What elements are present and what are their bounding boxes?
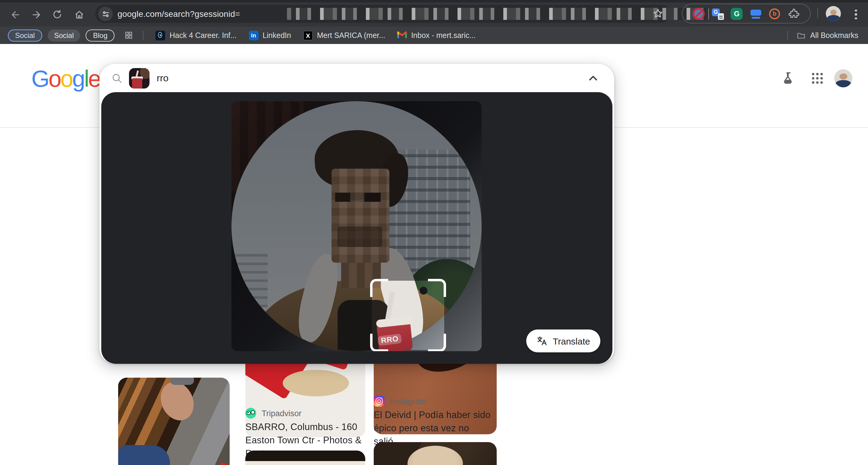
browser-menu-button[interactable]: [851, 7, 861, 22]
instagram-icon: [374, 396, 384, 406]
redacted-url-mosaic: [287, 8, 709, 20]
collapse-panel-button[interactable]: [586, 71, 600, 86]
translate-label: Translate: [553, 336, 590, 346]
bookmark-apps-grid-icon[interactable]: [124, 31, 133, 40]
window-top-strip: [0, 0, 868, 2]
selection-handle-top-left[interactable]: [370, 279, 388, 297]
url-text: google.com/search?gsessionid=: [118, 9, 240, 19]
bookmark-item-linkedin[interactable]: in LinkedIn: [249, 30, 291, 40]
bitly-extension-icon[interactable]: b: [769, 7, 781, 20]
content-blocker-extension-icon[interactable]: [693, 7, 705, 20]
linkedin-favicon: in: [249, 30, 258, 40]
toolbar-divider: [817, 8, 818, 18]
selection-dot: [420, 287, 427, 295]
result-image-mid-bottom[interactable]: [245, 451, 365, 465]
selection-handle-bottom-left[interactable]: [370, 334, 388, 351]
bookmark-item-hack4career[interactable]: Hack 4 Career. Inf...: [156, 30, 237, 40]
tripadvisor-icon: [245, 408, 256, 419]
google-apps-button[interactable]: [810, 71, 825, 86]
search-icon: [111, 72, 123, 84]
bookmarks-right-divider: [787, 30, 788, 40]
tripadvisor-source-row[interactable]: Tripadvisor: [245, 408, 302, 419]
instagram-source-label: Instagram: [390, 397, 426, 406]
all-bookmarks-button[interactable]: All Bookmarks: [796, 30, 858, 40]
bookmark-folder-social-2[interactable]: Social: [47, 29, 80, 41]
query-image-thumbnail[interactable]: [129, 68, 150, 88]
search-labs-button[interactable]: [781, 71, 796, 86]
google-translate-extension-icon[interactable]: G: [712, 7, 724, 20]
screen: google.com/search?gsessionid= G G: [0, 0, 868, 465]
apps-grid-icon: [810, 71, 825, 86]
google-logo[interactable]: Google: [31, 67, 100, 90]
result-image-left[interactable]: [118, 378, 230, 465]
instagram-source-row[interactable]: Instagram: [374, 396, 426, 406]
lens-overlay-card: rro: [99, 64, 614, 364]
flask-icon: [781, 71, 796, 86]
forward-button[interactable]: [28, 7, 44, 22]
home-button[interactable]: [71, 7, 87, 22]
gmail-favicon: [397, 30, 407, 40]
bookmark-folder-blog[interactable]: Blog: [86, 29, 115, 41]
bookmark-item-x-mert-sarica[interactable]: X Mert SARICA (mer...: [303, 30, 385, 40]
bookmark-item-gmail-inbox[interactable]: Inbox - mert.saric...: [397, 30, 475, 40]
lens-image[interactable]: RRO: [231, 101, 482, 351]
home-icon: [73, 9, 85, 20]
browser-profile-avatar[interactable]: [826, 6, 841, 21]
back-arrow-icon: [9, 9, 21, 20]
result-image-right-bottom[interactable]: [374, 442, 497, 465]
site-settings-icon[interactable]: [98, 7, 113, 21]
grammarly-extension-icon[interactable]: G: [731, 7, 743, 20]
chevron-up-icon: [586, 71, 600, 86]
translate-icon: [536, 335, 547, 346]
bookmarks-divider: [143, 30, 144, 40]
browser-toolbar: google.com/search?gsessionid= G G: [0, 0, 868, 44]
lens-image-panel: RRO Translate: [101, 92, 613, 364]
translate-button[interactable]: Translate: [526, 330, 600, 352]
bookmark-star-button[interactable]: [652, 7, 664, 20]
lens-search-bar[interactable]: rro: [99, 64, 614, 92]
bookmarks-bar: Social Social Blog Hack 4 Career. Inf...…: [0, 27, 868, 44]
folder-icon: [796, 30, 806, 40]
x-favicon: X: [303, 30, 313, 40]
google-account-avatar[interactable]: [834, 69, 852, 87]
tripadvisor-source-label: Tripadvisor: [261, 409, 302, 418]
screen-share-extension-icon[interactable]: [749, 7, 762, 20]
star-icon: [652, 7, 664, 20]
selection-handle-bottom-right[interactable]: [428, 334, 446, 351]
lens-selection-region[interactable]: RRO: [372, 281, 444, 350]
reload-icon: [52, 9, 63, 20]
reload-button[interactable]: [50, 7, 65, 22]
forward-arrow-icon: [30, 9, 42, 20]
extensions-container: G G b: [682, 4, 811, 24]
pixelated-face: [332, 169, 390, 263]
hack4career-favicon: [156, 30, 165, 40]
bookmark-folder-social-1[interactable]: Social: [8, 29, 42, 41]
back-button[interactable]: [7, 7, 23, 22]
selection-handle-top-right[interactable]: [428, 279, 446, 297]
address-bar[interactable]: google.com/search?gsessionid=: [95, 5, 670, 23]
extensions-puzzle-icon[interactable]: [787, 7, 800, 20]
search-query-text[interactable]: rro: [157, 73, 168, 84]
